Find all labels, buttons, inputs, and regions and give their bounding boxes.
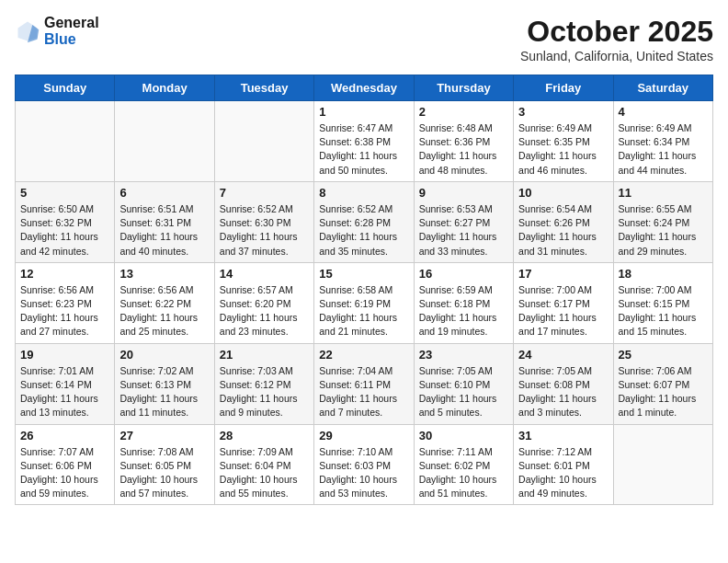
calendar-day-cell: 26Sunrise: 7:07 AM Sunset: 6:06 PM Dayli… (16, 424, 115, 505)
day-info: Sunrise: 6:56 AM Sunset: 6:23 PM Dayligh… (20, 283, 109, 339)
day-number: 7 (220, 186, 309, 200)
calendar-day-cell: 19Sunrise: 7:01 AM Sunset: 6:14 PM Dayli… (16, 343, 115, 424)
day-of-week-header: Friday (514, 75, 613, 101)
calendar-week-row: 19Sunrise: 7:01 AM Sunset: 6:14 PM Dayli… (16, 343, 713, 424)
calendar-day-cell: 12Sunrise: 6:56 AM Sunset: 6:23 PM Dayli… (16, 262, 115, 343)
calendar-day-cell (16, 101, 115, 182)
day-number: 16 (419, 267, 508, 281)
day-of-week-header: Tuesday (214, 75, 313, 101)
day-number: 17 (518, 267, 608, 281)
calendar-day-cell (115, 101, 214, 182)
day-info: Sunrise: 7:05 AM Sunset: 6:08 PM Dayligh… (518, 364, 608, 420)
calendar-day-cell: 23Sunrise: 7:05 AM Sunset: 6:10 PM Dayli… (414, 343, 513, 424)
calendar-day-cell: 2Sunrise: 6:48 AM Sunset: 6:36 PM Daylig… (414, 101, 513, 182)
calendar-day-cell: 4Sunrise: 6:49 AM Sunset: 6:34 PM Daylig… (613, 101, 712, 182)
calendar-day-cell (214, 101, 313, 182)
calendar-day-cell: 20Sunrise: 7:02 AM Sunset: 6:13 PM Dayli… (115, 343, 214, 424)
day-number: 18 (619, 267, 708, 281)
day-header-row: SundayMondayTuesdayWednesdayThursdayFrid… (16, 75, 713, 101)
calendar-day-cell: 25Sunrise: 7:06 AM Sunset: 6:07 PM Dayli… (613, 343, 712, 424)
day-info: Sunrise: 6:51 AM Sunset: 6:31 PM Dayligh… (119, 202, 209, 259)
day-number: 5 (20, 186, 109, 200)
calendar-day-cell: 29Sunrise: 7:10 AM Sunset: 6:03 PM Dayli… (314, 424, 414, 505)
title-block: October 2025 Sunland, California, United… (520, 15, 713, 63)
day-info: Sunrise: 7:10 AM Sunset: 6:03 PM Dayligh… (319, 445, 408, 501)
calendar-day-cell: 8Sunrise: 6:52 AM Sunset: 6:28 PM Daylig… (314, 181, 414, 262)
day-info: Sunrise: 7:01 AM Sunset: 6:14 PM Dayligh… (20, 364, 109, 420)
calendar-day-cell: 7Sunrise: 6:52 AM Sunset: 6:30 PM Daylig… (214, 181, 313, 262)
logo-general-text: General (44, 15, 99, 31)
day-number: 10 (518, 186, 608, 200)
day-number: 11 (619, 186, 708, 200)
calendar-day-cell: 28Sunrise: 7:09 AM Sunset: 6:04 PM Dayli… (214, 424, 313, 505)
calendar-day-cell: 31Sunrise: 7:12 AM Sunset: 6:01 PM Dayli… (514, 424, 613, 505)
calendar-day-cell: 3Sunrise: 6:49 AM Sunset: 6:35 PM Daylig… (514, 101, 613, 182)
calendar-day-cell: 17Sunrise: 7:00 AM Sunset: 6:17 PM Dayli… (514, 262, 613, 343)
day-info: Sunrise: 7:11 AM Sunset: 6:02 PM Dayligh… (419, 445, 508, 501)
day-info: Sunrise: 6:49 AM Sunset: 6:34 PM Dayligh… (619, 121, 708, 178)
day-info: Sunrise: 7:04 AM Sunset: 6:11 PM Dayligh… (319, 364, 408, 420)
day-of-week-header: Wednesday (314, 75, 414, 101)
calendar-day-cell: 13Sunrise: 6:56 AM Sunset: 6:22 PM Dayli… (115, 262, 214, 343)
day-number: 24 (518, 348, 608, 362)
day-number: 30 (419, 429, 508, 442)
day-info: Sunrise: 6:52 AM Sunset: 6:28 PM Dayligh… (319, 202, 408, 259)
day-info: Sunrise: 6:55 AM Sunset: 6:24 PM Dayligh… (619, 202, 708, 259)
day-info: Sunrise: 7:08 AM Sunset: 6:05 PM Dayligh… (119, 445, 209, 501)
calendar-week-row: 5Sunrise: 6:50 AM Sunset: 6:32 PM Daylig… (16, 181, 713, 262)
calendar-header: SundayMondayTuesdayWednesdayThursdayFrid… (16, 75, 713, 101)
calendar-table: SundayMondayTuesdayWednesdayThursdayFrid… (15, 75, 713, 505)
day-info: Sunrise: 7:00 AM Sunset: 6:17 PM Dayligh… (518, 283, 608, 339)
page-header: General Blue October 2025 Sunland, Calif… (15, 15, 713, 63)
day-number: 26 (20, 429, 109, 442)
day-number: 31 (518, 429, 608, 442)
calendar-day-cell: 14Sunrise: 6:57 AM Sunset: 6:20 PM Dayli… (214, 262, 313, 343)
calendar-day-cell: 30Sunrise: 7:11 AM Sunset: 6:02 PM Dayli… (414, 424, 513, 505)
logo-icon (15, 18, 40, 44)
day-info: Sunrise: 6:59 AM Sunset: 6:18 PM Dayligh… (419, 283, 508, 339)
day-number: 13 (119, 267, 209, 281)
calendar-day-cell: 21Sunrise: 7:03 AM Sunset: 6:12 PM Dayli… (214, 343, 313, 424)
day-number: 20 (119, 348, 209, 362)
day-info: Sunrise: 6:50 AM Sunset: 6:32 PM Dayligh… (20, 202, 109, 259)
day-number: 15 (319, 267, 408, 281)
calendar-day-cell: 27Sunrise: 7:08 AM Sunset: 6:05 PM Dayli… (115, 424, 214, 505)
day-number: 2 (419, 105, 508, 119)
logo: General Blue (15, 15, 99, 47)
calendar-day-cell: 6Sunrise: 6:51 AM Sunset: 6:31 PM Daylig… (115, 181, 214, 262)
day-info: Sunrise: 7:03 AM Sunset: 6:12 PM Dayligh… (220, 364, 309, 420)
day-of-week-header: Sunday (16, 75, 115, 101)
calendar-day-cell: 10Sunrise: 6:54 AM Sunset: 6:26 PM Dayli… (514, 181, 613, 262)
day-info: Sunrise: 6:49 AM Sunset: 6:35 PM Dayligh… (518, 121, 608, 178)
calendar-day-cell: 18Sunrise: 7:00 AM Sunset: 6:15 PM Dayli… (613, 262, 712, 343)
day-info: Sunrise: 6:58 AM Sunset: 6:19 PM Dayligh… (319, 283, 408, 339)
day-info: Sunrise: 6:47 AM Sunset: 6:38 PM Dayligh… (319, 121, 408, 178)
day-info: Sunrise: 6:48 AM Sunset: 6:36 PM Dayligh… (419, 121, 508, 178)
day-number: 1 (319, 105, 408, 119)
calendar-day-cell: 9Sunrise: 6:53 AM Sunset: 6:27 PM Daylig… (414, 181, 513, 262)
day-of-week-header: Thursday (414, 75, 513, 101)
calendar-day-cell (613, 424, 712, 505)
logo-blue-text: Blue (44, 31, 99, 48)
day-number: 8 (319, 186, 408, 200)
day-number: 6 (119, 186, 209, 200)
day-number: 14 (220, 267, 309, 281)
day-info: Sunrise: 7:06 AM Sunset: 6:07 PM Dayligh… (619, 364, 708, 420)
day-number: 19 (20, 348, 109, 362)
calendar-day-cell: 24Sunrise: 7:05 AM Sunset: 6:08 PM Dayli… (514, 343, 613, 424)
day-number: 9 (419, 186, 508, 200)
day-number: 22 (319, 348, 408, 362)
day-of-week-header: Saturday (613, 75, 712, 101)
calendar-day-cell: 15Sunrise: 6:58 AM Sunset: 6:19 PM Dayli… (314, 262, 414, 343)
logo-text: General Blue (44, 15, 99, 47)
day-info: Sunrise: 6:57 AM Sunset: 6:20 PM Dayligh… (220, 283, 309, 339)
day-info: Sunrise: 6:54 AM Sunset: 6:26 PM Dayligh… (518, 202, 608, 259)
day-number: 29 (319, 429, 408, 442)
day-number: 3 (518, 105, 608, 119)
calendar-day-cell: 22Sunrise: 7:04 AM Sunset: 6:11 PM Dayli… (314, 343, 414, 424)
day-info: Sunrise: 7:12 AM Sunset: 6:01 PM Dayligh… (518, 445, 608, 501)
day-number: 28 (220, 429, 309, 442)
calendar-week-row: 1Sunrise: 6:47 AM Sunset: 6:38 PM Daylig… (16, 101, 713, 182)
day-info: Sunrise: 6:52 AM Sunset: 6:30 PM Dayligh… (220, 202, 309, 259)
calendar-week-row: 26Sunrise: 7:07 AM Sunset: 6:06 PM Dayli… (16, 424, 713, 505)
